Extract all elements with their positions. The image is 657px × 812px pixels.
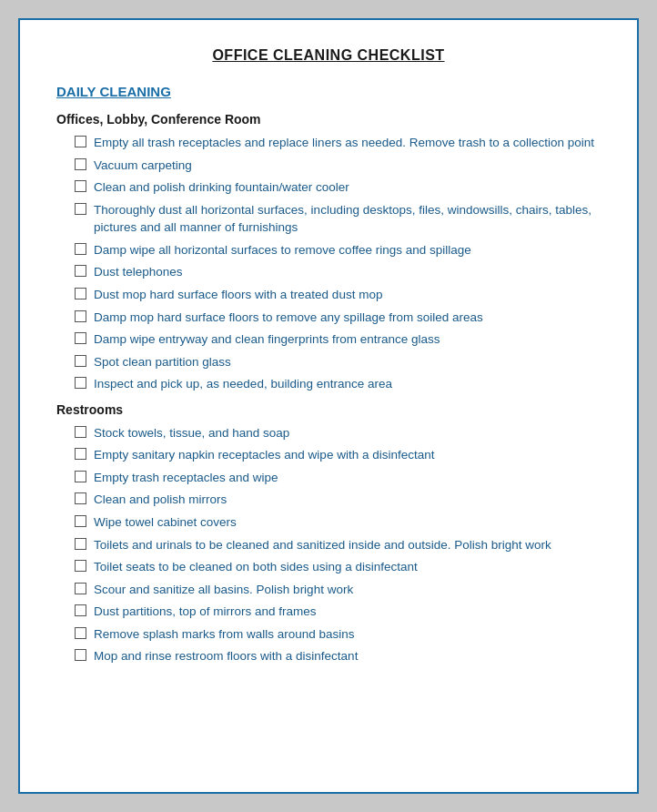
checkbox-offices-lobby-2[interactable]	[75, 180, 86, 192]
item-text: Remove splash marks from walls around ba…	[94, 625, 601, 644]
checkbox-restrooms-5[interactable]	[75, 538, 86, 550]
list-item: Wipe towel cabinet covers	[75, 513, 601, 532]
subsection-offices-lobby: Offices, Lobby, Conference RoomEmpty all…	[56, 112, 601, 393]
section-daily-cleaning: DAILY CLEANINGOffices, Lobby, Conference…	[56, 84, 601, 665]
checkbox-offices-lobby-6[interactable]	[75, 288, 86, 299]
list-item: Thoroughly dust all horizontal surfaces,…	[75, 201, 601, 237]
checkbox-restrooms-8[interactable]	[75, 604, 86, 616]
list-item: Clean and polish mirrors	[75, 491, 601, 509]
list-item: Stock towels, tissue, and hand soap	[75, 424, 601, 442]
list-item: Empty all trash receptacles and replace …	[75, 134, 601, 152]
list-item: Damp mop hard surface floors to remove a…	[75, 309, 601, 327]
item-text: Toilet seats to be cleaned on both sides…	[94, 558, 601, 576]
item-text: Toilets and urinals to be cleaned and sa…	[94, 536, 601, 554]
list-item: Vacuum carpeting	[75, 157, 601, 175]
item-text: Clean and polish drinking fountain/water…	[94, 178, 601, 197]
checkbox-restrooms-10[interactable]	[75, 649, 86, 661]
checkbox-restrooms-1[interactable]	[75, 448, 86, 460]
checkbox-restrooms-0[interactable]	[75, 426, 86, 438]
list-item: Clean and polish drinking fountain/water…	[75, 178, 601, 197]
list-item: Toilet seats to be cleaned on both sides…	[75, 558, 601, 576]
list-item: Dust telephones	[75, 263, 601, 281]
item-text: Clean and polish mirrors	[94, 491, 601, 509]
checkbox-restrooms-7[interactable]	[75, 583, 86, 594]
item-text: Empty sanitary napkin receptacles and wi…	[94, 446, 601, 464]
page-title: OFFICE CLEANING CHECKLIST	[56, 47, 601, 64]
list-item: Remove splash marks from walls around ba…	[75, 625, 601, 644]
list-item: Empty sanitary napkin receptacles and wi…	[75, 446, 601, 464]
list-item: Empty trash receptacles and wipe	[75, 469, 601, 487]
item-text: Damp wipe all horizontal surfaces to rem…	[94, 241, 601, 259]
checkbox-restrooms-3[interactable]	[75, 492, 86, 504]
subsection-heading-restrooms: Restrooms	[56, 402, 601, 417]
item-text: Inspect and pick up, as needed, building…	[94, 375, 601, 393]
item-text: Dust mop hard surface floors with a trea…	[94, 286, 601, 304]
item-text: Empty trash receptacles and wipe	[94, 469, 601, 487]
checkbox-offices-lobby-4[interactable]	[75, 243, 86, 255]
list-item: Dust mop hard surface floors with a trea…	[75, 286, 601, 304]
page-container: OFFICE CLEANING CHECKLIST DAILY CLEANING…	[18, 18, 639, 794]
checkbox-offices-lobby-3[interactable]	[75, 203, 86, 215]
list-item: Dust partitions, top of mirrors and fram…	[75, 603, 601, 621]
subsection-heading-offices-lobby: Offices, Lobby, Conference Room	[56, 112, 601, 127]
list-item: Mop and rinse restroom floors with a dis…	[75, 647, 601, 665]
checkbox-restrooms-9[interactable]	[75, 627, 86, 639]
list-item: Scour and sanitize all basins. Polish br…	[75, 581, 601, 599]
checkbox-offices-lobby-10[interactable]	[75, 377, 86, 389]
item-text: Thoroughly dust all horizontal surfaces,…	[94, 201, 601, 237]
checkbox-offices-lobby-5[interactable]	[75, 265, 86, 277]
item-text: Dust partitions, top of mirrors and fram…	[94, 603, 601, 621]
subsection-restrooms: RestroomsStock towels, tissue, and hand …	[56, 402, 601, 665]
checkbox-offices-lobby-1[interactable]	[75, 158, 86, 170]
checklist-offices-lobby: Empty all trash receptacles and replace …	[75, 134, 601, 393]
item-text: Dust telephones	[94, 263, 601, 281]
item-text: Stock towels, tissue, and hand soap	[94, 424, 601, 442]
checkbox-restrooms-6[interactable]	[75, 560, 86, 572]
list-item: Spot clean partition glass	[75, 353, 601, 371]
checkbox-offices-lobby-8[interactable]	[75, 332, 86, 344]
item-text: Scour and sanitize all basins. Polish br…	[94, 581, 601, 599]
item-text: Mop and rinse restroom floors with a dis…	[94, 647, 601, 665]
item-text: Spot clean partition glass	[94, 353, 601, 371]
item-text: Damp mop hard surface floors to remove a…	[94, 309, 601, 327]
list-item: Inspect and pick up, as needed, building…	[75, 375, 601, 393]
list-item: Damp wipe all horizontal surfaces to rem…	[75, 241, 601, 259]
list-item: Damp wipe entryway and clean fingerprint…	[75, 330, 601, 349]
checkbox-offices-lobby-0[interactable]	[75, 136, 86, 147]
item-text: Wipe towel cabinet covers	[94, 513, 601, 532]
checklist-restrooms: Stock towels, tissue, and hand soapEmpty…	[75, 424, 601, 665]
item-text: Damp wipe entryway and clean fingerprint…	[94, 330, 601, 349]
checkbox-offices-lobby-9[interactable]	[75, 355, 86, 367]
sections-container: DAILY CLEANINGOffices, Lobby, Conference…	[56, 84, 601, 665]
checkbox-restrooms-2[interactable]	[75, 471, 86, 482]
checkbox-offices-lobby-7[interactable]	[75, 310, 86, 322]
checkbox-restrooms-4[interactable]	[75, 515, 86, 527]
list-item: Toilets and urinals to be cleaned and sa…	[75, 536, 601, 554]
item-text: Vacuum carpeting	[94, 157, 601, 175]
item-text: Empty all trash receptacles and replace …	[94, 134, 601, 152]
section-heading-daily-cleaning: DAILY CLEANING	[56, 84, 601, 99]
